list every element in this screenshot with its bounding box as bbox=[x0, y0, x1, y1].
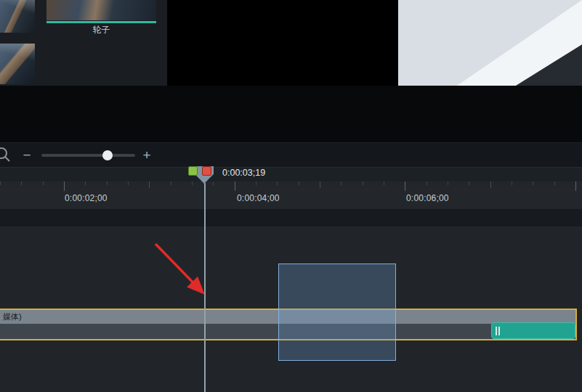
timeline-ruler[interactable]: 0:00:02;00 0:00:04;00 0:00:06;00 bbox=[0, 181, 582, 209]
teal-clip-segment[interactable] bbox=[491, 322, 575, 339]
ruler-tick bbox=[107, 181, 108, 185]
magnifier-icon[interactable] bbox=[0, 145, 12, 164]
zoom-slider-track[interactable] bbox=[41, 154, 135, 157]
ruler-tick bbox=[235, 181, 235, 191]
media-thumbnail[interactable] bbox=[0, 0, 35, 33]
ruler-tick bbox=[192, 181, 193, 185]
playhead-line[interactable] bbox=[204, 183, 206, 392]
ruler-tick bbox=[21, 181, 22, 185]
ruler-tick bbox=[469, 181, 469, 185]
ruler-tick bbox=[320, 181, 320, 188]
playhead-timestamp: 0:00:03;19 bbox=[222, 168, 265, 178]
collapsed-track-strip bbox=[0, 209, 582, 227]
ruler-tick bbox=[64, 181, 65, 191]
ruler-tick bbox=[149, 181, 150, 188]
ruler-tick bbox=[554, 181, 555, 185]
ruler-tick bbox=[341, 181, 341, 185]
ruler-tick bbox=[448, 181, 448, 185]
ruler-tick bbox=[299, 181, 299, 185]
media-thumbnail-wheel[interactable] bbox=[47, 0, 156, 20]
zoom-in-button[interactable]: + bbox=[140, 147, 153, 163]
ruler-tick bbox=[512, 181, 512, 185]
ruler-tick bbox=[490, 181, 491, 188]
playback-controls-bar: ‹ › bbox=[0, 86, 582, 142]
ruler-tick bbox=[256, 181, 256, 185]
ruler-tick bbox=[85, 181, 86, 185]
canvas-preview[interactable] bbox=[398, 0, 582, 86]
ruler-label: 0:00:06;00 bbox=[406, 193, 449, 203]
ruler-tick bbox=[43, 181, 44, 185]
video-editor-window: 轮子 ‹ › − + bbox=[0, 0, 582, 392]
zoom-slider-thumb[interactable] bbox=[102, 150, 113, 160]
clip-grip-icon bbox=[496, 327, 497, 335]
ruler-tick bbox=[128, 181, 129, 185]
ruler-tick bbox=[427, 181, 427, 185]
ruler-tick bbox=[213, 181, 214, 185]
selected-media-indicator bbox=[47, 21, 156, 23]
ruler-tick bbox=[363, 181, 363, 185]
ruler-label: 0:00:04;00 bbox=[237, 193, 280, 203]
ruler-tick bbox=[405, 181, 405, 191]
media-item-label: 轮子 bbox=[47, 24, 156, 36]
preview-letterbox bbox=[167, 0, 398, 86]
ruler-tick bbox=[171, 181, 171, 185]
ruler-tick bbox=[0, 181, 1, 185]
media-bin: 轮子 bbox=[0, 0, 168, 86]
ruler-tick bbox=[384, 181, 384, 185]
ruler-tick bbox=[575, 181, 576, 191]
selection-rectangle bbox=[278, 264, 396, 361]
selection-out-handle[interactable] bbox=[202, 166, 211, 176]
ruler-tick bbox=[533, 181, 533, 185]
media-thumbnail[interactable] bbox=[0, 44, 35, 84]
selection-in-handle[interactable] bbox=[188, 166, 198, 176]
timeline-zoom-bar: − + bbox=[0, 142, 582, 168]
clip-grip-icon bbox=[498, 327, 500, 335]
ruler-label: 0:00:02;00 bbox=[65, 193, 108, 203]
ruler-tick bbox=[277, 181, 278, 185]
zoom-out-button[interactable]: − bbox=[20, 147, 33, 163]
timeline-header[interactable] bbox=[0, 167, 582, 182]
